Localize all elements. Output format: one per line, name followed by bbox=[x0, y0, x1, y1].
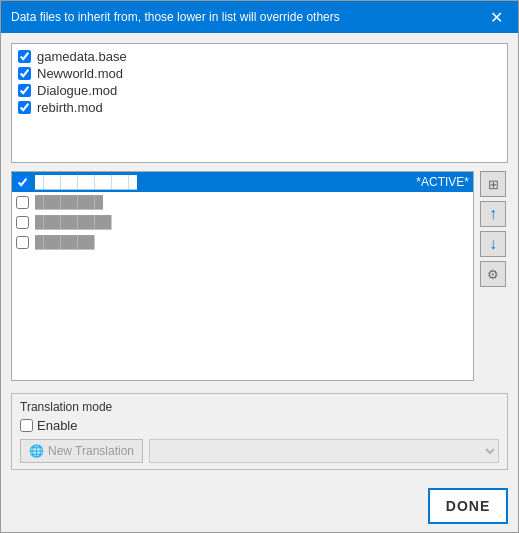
item4-text: ███████ bbox=[35, 235, 95, 249]
translation-enable-row: Enable bbox=[20, 418, 499, 433]
data-list-box: ████████████ *ACTIVE* ████████ █████████ bbox=[11, 171, 474, 381]
list-item[interactable]: ████████ bbox=[12, 192, 473, 212]
rebirth-checkbox[interactable] bbox=[18, 101, 31, 114]
list-item: gamedata.base bbox=[16, 48, 503, 65]
data-list-container: ████████████ *ACTIVE* ████████ █████████ bbox=[11, 171, 474, 381]
newworld-checkbox[interactable] bbox=[18, 67, 31, 80]
item1-text: ████████████ bbox=[35, 175, 137, 189]
new-translation-label: New Translation bbox=[48, 444, 134, 458]
inherit-list: gamedata.base Newworld.mod Dialogue.mod … bbox=[11, 43, 508, 163]
add-item-button[interactable]: ⊞ bbox=[480, 171, 506, 197]
move-up-button[interactable]: ↑ bbox=[480, 201, 506, 227]
dialog-title: Data files to inherit from, those lower … bbox=[11, 10, 340, 24]
arrow-up-icon: ↑ bbox=[489, 205, 497, 223]
translation-dropdown[interactable] bbox=[149, 439, 499, 463]
done-button[interactable]: DONE bbox=[428, 488, 508, 524]
side-buttons: ⊞ ↑ ↓ ⚙ bbox=[480, 171, 508, 381]
list-item: Dialogue.mod bbox=[16, 82, 503, 99]
translation-section: Translation mode Enable 🌐 New Translatio… bbox=[11, 393, 508, 470]
item4-checkbox[interactable] bbox=[16, 236, 29, 249]
dialog: Data files to inherit from, those lower … bbox=[0, 0, 519, 533]
active-label: *ACTIVE* bbox=[416, 175, 469, 189]
new-translation-button[interactable]: 🌐 New Translation bbox=[20, 439, 143, 463]
item2-checkbox[interactable] bbox=[16, 196, 29, 209]
translation-mode-label: Translation mode bbox=[20, 400, 499, 414]
list-item[interactable]: █████████ bbox=[12, 212, 473, 232]
arrow-down-icon: ↓ bbox=[489, 235, 497, 253]
titlebar: Data files to inherit from, those lower … bbox=[1, 1, 518, 33]
dialogue-checkbox[interactable] bbox=[18, 84, 31, 97]
earth-icon: 🌐 bbox=[29, 444, 44, 458]
list-item[interactable]: ███████ bbox=[12, 232, 473, 252]
rebirth-label: rebirth.mod bbox=[37, 100, 103, 115]
move-down-button[interactable]: ↓ bbox=[480, 231, 506, 257]
item2-text: ████████ bbox=[35, 195, 103, 209]
translation-controls: 🌐 New Translation bbox=[20, 439, 499, 463]
item3-text: █████████ bbox=[35, 215, 112, 229]
list-item: rebirth.mod bbox=[16, 99, 503, 116]
translation-enable-checkbox[interactable] bbox=[20, 419, 33, 432]
item3-checkbox[interactable] bbox=[16, 216, 29, 229]
newworld-label: Newworld.mod bbox=[37, 66, 123, 81]
dialogue-label: Dialogue.mod bbox=[37, 83, 117, 98]
item1-checkbox[interactable] bbox=[16, 176, 29, 189]
list-item: Newworld.mod bbox=[16, 65, 503, 82]
footer: DONE bbox=[1, 480, 518, 532]
gamedata-label: gamedata.base bbox=[37, 49, 127, 64]
list-item-active[interactable]: ████████████ *ACTIVE* bbox=[12, 172, 473, 192]
gamedata-checkbox[interactable] bbox=[18, 50, 31, 63]
settings-button[interactable]: ⚙ bbox=[480, 261, 506, 287]
close-button[interactable]: ✕ bbox=[484, 5, 508, 29]
bottom-section: ████████████ *ACTIVE* ████████ █████████ bbox=[11, 171, 508, 381]
translation-enable-label: Enable bbox=[37, 418, 77, 433]
content-area: gamedata.base Newworld.mod Dialogue.mod … bbox=[1, 33, 518, 480]
gear-icon: ⚙ bbox=[487, 267, 499, 282]
add-icon: ⊞ bbox=[488, 177, 499, 192]
